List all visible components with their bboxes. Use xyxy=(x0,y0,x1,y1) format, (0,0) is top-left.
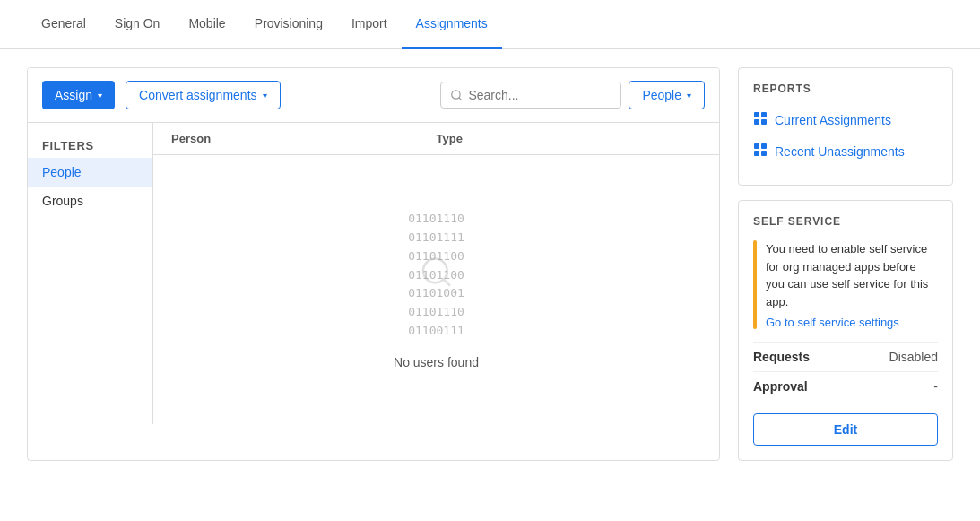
svg-rect-10 xyxy=(754,151,759,156)
filter-item-groups[interactable]: Groups xyxy=(28,187,152,215)
svg-point-0 xyxy=(452,91,460,99)
main-content: Assign ▾ Convert assignments ▾ People ▾ xyxy=(0,49,980,479)
service-row-label: Requests xyxy=(753,350,810,364)
report-link-current-assignments[interactable]: Current Assignments xyxy=(753,108,938,132)
report-grid-icon xyxy=(753,143,768,160)
svg-line-3 xyxy=(443,279,449,285)
svg-rect-4 xyxy=(754,112,759,117)
self-service-heading: SELF SERVICE xyxy=(753,215,938,228)
binary-line: 01100111 xyxy=(408,322,464,341)
service-row-value: - xyxy=(933,379,938,394)
no-users-message: No users found xyxy=(394,355,479,369)
search-input[interactable] xyxy=(468,88,611,102)
assign-label: Assign xyxy=(55,88,92,102)
nav-item-import[interactable]: Import xyxy=(337,0,402,49)
assignments-panel: Assign ▾ Convert assignments ▾ People ▾ xyxy=(27,67,720,461)
table-header: Person Type xyxy=(153,123,719,155)
assign-caret-icon: ▾ xyxy=(98,91,102,100)
warning-bar xyxy=(753,240,757,329)
report-link-label: Current Assignments xyxy=(775,113,891,127)
table-body: 0110111001101111011011000110110001101001… xyxy=(153,155,719,424)
edit-button[interactable]: Edit xyxy=(753,413,938,446)
nav-item-general[interactable]: General xyxy=(27,0,100,49)
filter-item-people[interactable]: People xyxy=(28,158,152,187)
report-grid-icon xyxy=(753,111,768,128)
filters-heading: Filters xyxy=(28,134,152,158)
nav-item-mobile[interactable]: Mobile xyxy=(174,0,239,49)
content-area: Filters PeopleGroups Person Type 0110111… xyxy=(28,123,719,424)
report-link-recent-unassignments[interactable]: Recent Unassignments xyxy=(753,139,938,163)
search-overlay-icon xyxy=(419,255,455,297)
toolbar: Assign ▾ Convert assignments ▾ People ▾ xyxy=(28,68,719,123)
warning-text: You need to enable self service for org … xyxy=(766,242,928,308)
svg-rect-6 xyxy=(754,119,759,125)
people-label: People xyxy=(642,88,681,102)
nav-item-sign-on[interactable]: Sign On xyxy=(100,0,175,49)
warning-content: You need to enable self service for org … xyxy=(766,240,938,329)
search-wrapper: People ▾ xyxy=(440,81,705,109)
svg-rect-8 xyxy=(754,143,759,149)
go-to-self-service-link[interactable]: Go to self service settings xyxy=(766,316,938,329)
reports-card: REPORTS Current Assignments Recent Unass… xyxy=(738,67,953,186)
reports-heading: REPORTS xyxy=(753,82,938,95)
people-caret-icon: ▾ xyxy=(687,91,691,100)
search-input-wrap[interactable] xyxy=(440,82,621,109)
svg-line-1 xyxy=(459,98,462,100)
svg-rect-5 xyxy=(761,112,767,117)
people-filter-button[interactable]: People ▾ xyxy=(629,81,705,109)
service-row-approval: Approval- xyxy=(753,371,938,401)
self-service-card: SELF SERVICE You need to enable self ser… xyxy=(738,200,953,461)
service-row-requests: RequestsDisabled xyxy=(753,342,938,371)
filters-sidebar: Filters PeopleGroups xyxy=(28,123,153,424)
svg-rect-9 xyxy=(761,143,767,149)
binary-art: 0110111001101111011011000110110001101001… xyxy=(408,210,464,341)
svg-rect-11 xyxy=(761,151,767,156)
warning-box: You need to enable self service for org … xyxy=(753,240,938,329)
convert-assignments-button[interactable]: Convert assignments ▾ xyxy=(126,81,281,109)
nav-item-provisioning[interactable]: Provisioning xyxy=(240,0,337,49)
binary-line: 01101110 xyxy=(408,303,464,322)
svg-point-2 xyxy=(423,259,447,283)
convert-caret-icon: ▾ xyxy=(263,91,267,100)
binary-line: 01101110 xyxy=(408,210,464,229)
service-row-label: Approval xyxy=(753,379,808,394)
service-row-value: Disabled xyxy=(889,350,938,364)
svg-rect-7 xyxy=(761,119,767,125)
convert-label: Convert assignments xyxy=(139,88,257,102)
nav-item-assignments[interactable]: Assignments xyxy=(402,0,502,49)
table-area: Person Type 0110111001101111011011000110… xyxy=(153,123,719,424)
column-type: Type xyxy=(437,132,702,145)
top-navigation: GeneralSign OnMobileProvisioningImportAs… xyxy=(0,0,980,49)
search-icon xyxy=(450,89,463,101)
report-link-label: Recent Unassignments xyxy=(775,144,905,159)
assign-button[interactable]: Assign ▾ xyxy=(42,81,115,109)
right-panel: REPORTS Current Assignments Recent Unass… xyxy=(738,67,953,461)
column-person: Person xyxy=(171,132,437,145)
binary-line: 01101111 xyxy=(408,229,464,247)
